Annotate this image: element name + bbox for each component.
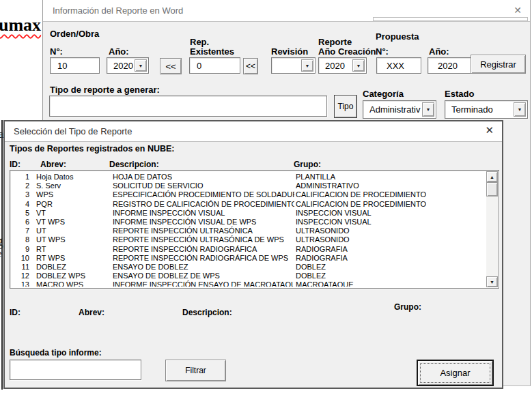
propuesta-ano-input[interactable]	[428, 57, 471, 74]
cell-abrev: UT WPS	[36, 235, 66, 244]
cell-desc: REPORTE INSPECCIÓN ULTRASÓNICA	[113, 227, 294, 235]
estado-label: Estado	[445, 89, 474, 99]
detail-abrev-label: Abrev:	[79, 308, 104, 317]
cell-abrev: PQR	[36, 200, 53, 209]
detail-id-label: ID:	[10, 308, 20, 317]
cell-id: 6	[12, 218, 29, 227]
list-item[interactable]: 6VT WPSINFORME INSPECCIÓN VISUAL DE WPSI…	[12, 218, 486, 227]
cell-desc: INFORME INSPECCIÓN VISUAL DE WPS	[113, 218, 294, 227]
cell-desc: ESPECIFICACIÓN PROCEDIMIENTO DE SOLDADUR…	[113, 190, 294, 199]
cell-desc: SOLICITUD DE SERVICIO	[113, 181, 294, 190]
chevron-down-icon[interactable]: ▼	[301, 59, 313, 72]
cell-abrev: MACRO WPS	[36, 280, 83, 287]
cell-id: 7	[12, 227, 29, 235]
chevron-down-icon[interactable]: ▼	[422, 102, 434, 117]
rep-existentes-input[interactable]	[189, 57, 240, 74]
copy-orden-button[interactable]: <<	[160, 58, 182, 74]
cell-desc: REPORTE INSPECCIÓN ULTRASÓNICA DE WPS	[113, 235, 294, 244]
filtrar-button[interactable]: Filtrar	[165, 360, 226, 381]
reporte-ano-creacion-combobox[interactable]: 2020 ▼	[318, 57, 367, 74]
tipo-reporte-generar-label: Tipo de reporte a generar:	[50, 85, 160, 95]
reporte-creacion-label-1: Reporte	[318, 37, 352, 47]
cell-id: 5	[12, 209, 29, 218]
cell-grupo: RADIOGRAFIA	[296, 245, 484, 254]
asignar-button[interactable]: Asignar	[417, 360, 494, 386]
scroll-up-icon[interactable]: ▲	[486, 171, 498, 182]
column-header-descripcion: Descripcion:	[109, 160, 159, 169]
tipo-button[interactable]: Tipo	[334, 95, 357, 118]
reporte-creacion-label-2: Año Creación	[318, 46, 376, 57]
list-item[interactable]: 7UTREPORTE INSPECCIÓN ULTRASÓNICAULTRASO…	[12, 227, 486, 235]
categoria-combobox[interactable]: Administrativ ▼	[363, 100, 436, 119]
revision-combobox[interactable]: ▼	[271, 57, 316, 74]
background-document-text: umax	[0, 15, 41, 35]
column-header-grupo: Grupo:	[294, 160, 321, 169]
cell-desc: INFORME INSPECCIÓN VISUAL	[113, 209, 294, 218]
rep-existentes-label-2: Existentes	[190, 46, 234, 57]
list-item[interactable]: 4PQRREGISTRO DE CALIFICACIÓN DE PROCEDIM…	[12, 200, 486, 209]
orden-n-input[interactable]	[50, 57, 100, 74]
cell-grupo: ULTRASONIDO	[296, 235, 484, 244]
background-document-line	[1, 120, 3, 390]
cell-id: 9	[12, 245, 29, 254]
registrar-button[interactable]: Registrar	[471, 55, 526, 74]
propuesta-n-input[interactable]	[376, 57, 421, 74]
scrollbar-thumb[interactable]	[486, 182, 498, 196]
list-item[interactable]: 5VTINFORME INSPECCIÓN VISUALINSPECCION V…	[12, 209, 486, 218]
categoria-label: Categoría	[363, 89, 404, 99]
cell-desc: REGISTRO DE CALIFICACIÓN DE PROCEDIMIENT…	[113, 200, 294, 209]
background-text-fragment: g	[0, 233, 3, 250]
cell-desc: HOJA DE DATOS	[113, 173, 294, 181]
rep-existentes-label-1: Rep.	[190, 37, 209, 47]
list-item[interactable]: 13MACRO WPSINFORME INSPECCIÓN ENSAYO DE …	[12, 280, 486, 287]
window2-titlebar[interactable]: Selección del Tipo de Reporte ✕	[5, 121, 502, 142]
cell-grupo: MACROATAQUE	[296, 280, 484, 287]
list-item[interactable]: 12DOBLEZ WPSENSAYO DE DOBLEZ DE WPSDOBLE…	[12, 272, 486, 280]
cell-id: 8	[12, 235, 29, 244]
estado-combobox[interactable]: Terminado ▼	[445, 100, 528, 119]
cell-desc: ENSAYO DE DOBLEZ	[113, 263, 294, 272]
cell-grupo: CALIFICACION DE PROCEDIMIENTO	[296, 190, 484, 199]
list-item[interactable]: 8UT WPSREPORTE INSPECCIÓN ULTRASÓNICA DE…	[12, 235, 486, 244]
scroll-down-icon[interactable]: ▼	[486, 276, 498, 287]
cell-id: 4	[12, 200, 29, 209]
cell-grupo: DOBLEZ	[296, 272, 484, 280]
cell-grupo: DOBLEZ	[296, 263, 484, 272]
window2-close-icon[interactable]: ✕	[485, 126, 494, 135]
list-item[interactable]: 9RTREPORTE INSPECCIÓN RADIOGRÁFICARADIOG…	[12, 245, 486, 254]
report-type-rows: 1Hoja DatosHOJA DE DATOSPLANTILLA2S. Ser…	[12, 173, 486, 287]
background-text-fragment: e	[0, 248, 1, 259]
busqueda-input[interactable]	[10, 360, 141, 380]
list-item[interactable]: 2S. ServSOLICITUD DE SERVICIOADMINISTRAT…	[12, 181, 486, 190]
copy-rep-button[interactable]: <<	[243, 58, 258, 74]
propuesta-ano-label: Año:	[429, 46, 449, 57]
cell-id: 10	[12, 254, 29, 263]
list-item[interactable]: 3WPSESPECIFICACIÓN PROCEDIMIENTO DE SOLD…	[12, 190, 486, 199]
window2-title: Selección del Tipo de Reporte	[14, 126, 132, 136]
list-item[interactable]: 10RT WPSREPORTE INSPECCIÓN RADIOGRÁFICA …	[12, 254, 486, 263]
cell-grupo: ULTRASONIDO	[296, 227, 484, 235]
cell-desc: INFORME INSPECCIÓN ENSAYO DE MACROATAQUE…	[113, 280, 294, 287]
cell-id: 3	[12, 190, 29, 199]
list-item[interactable]: 11DOBLEZENSAYO DE DOBLEZDOBLEZ	[12, 263, 486, 272]
window1-close-icon[interactable]: ✕	[514, 5, 522, 15]
cell-abrev: Hoja Datos	[36, 173, 73, 181]
list-subtitle: Tipos de Reportes registrados en NUBE:	[10, 144, 175, 154]
propuesta-label: Propuesta	[376, 31, 419, 42]
tipo-reporte-generar-input[interactable]	[49, 96, 327, 117]
cell-abrev: RT	[36, 245, 46, 254]
cell-grupo: ADMINISTRATIVO	[296, 181, 484, 190]
list-item[interactable]: 1Hoja DatosHOJA DE DATOSPLANTILLA	[12, 173, 486, 181]
cell-desc: ENSAYO DE DOBLEZ DE WPS	[113, 272, 294, 280]
cell-abrev: VT	[36, 209, 46, 218]
chevron-down-icon[interactable]: ▼	[352, 59, 365, 72]
vertical-scrollbar[interactable]: ▲ ▼	[486, 171, 498, 287]
report-type-list[interactable]: 1Hoja DatosHOJA DE DATOSPLANTILLA2S. Ser…	[10, 170, 499, 289]
orden-ano-combobox[interactable]: 2020 ▼	[107, 57, 149, 74]
screen: umax a g e Información del Reporte en Wo…	[0, 0, 532, 393]
orden-ano-label: Año:	[109, 46, 129, 57]
cell-grupo: INSPECCION VISUAL	[296, 209, 484, 218]
chevron-down-icon[interactable]: ▼	[135, 59, 147, 72]
cell-id: 11	[12, 263, 29, 272]
chevron-down-icon[interactable]: ▼	[514, 102, 526, 117]
